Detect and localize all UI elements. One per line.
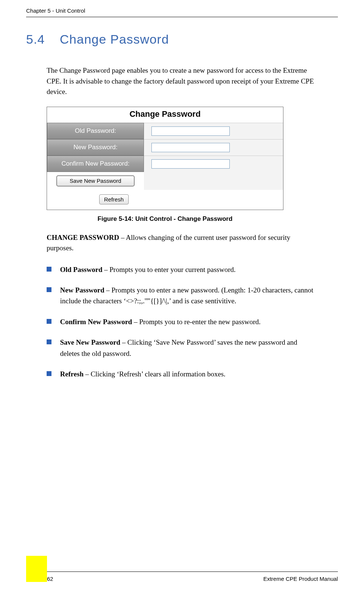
list-item: Save New Password – Clicking ‘Save New P… bbox=[47, 337, 315, 359]
widget-title: Change Password bbox=[47, 107, 283, 123]
change-password-widget: Change Password Old Password: New Passwo… bbox=[47, 107, 283, 210]
section-heading: 5.4Change Password bbox=[26, 32, 338, 47]
save-password-button[interactable]: Save New Password bbox=[56, 175, 135, 187]
old-password-input[interactable] bbox=[151, 126, 230, 136]
item-head: New Password bbox=[60, 286, 104, 294]
chapter-header: Chapter 5 - Unit Control bbox=[26, 7, 338, 17]
refresh-button[interactable]: Refresh bbox=[99, 194, 129, 204]
refresh-row: Refresh bbox=[47, 190, 283, 210]
item-head: Confirm New Password bbox=[60, 318, 132, 326]
section-number: 5.4 bbox=[26, 32, 45, 47]
page-footer: 62 Extreme CPE Product Manual bbox=[0, 571, 364, 582]
page-number: 62 bbox=[47, 576, 53, 582]
submit-left-cell: Save New Password bbox=[47, 172, 144, 190]
old-password-label: Old Password: bbox=[47, 123, 144, 139]
submit-right-cell bbox=[144, 172, 283, 190]
item-head: Refresh bbox=[60, 370, 84, 378]
list-item: Old Password – Prompts you to enter your… bbox=[47, 264, 315, 275]
figure-caption: Figure 5-14: Unit Control - Change Passw… bbox=[47, 215, 283, 223]
item-body: – Prompts you to re-enter the new passwo… bbox=[132, 318, 261, 326]
bullet-list: Old Password – Prompts you to enter your… bbox=[47, 264, 315, 380]
section-title: Change Password bbox=[60, 32, 169, 46]
confirm-password-label: Confirm New Password: bbox=[47, 156, 144, 172]
manual-title: Extreme CPE Product Manual bbox=[263, 576, 338, 582]
confirm-password-input[interactable] bbox=[151, 159, 230, 169]
figure: Change Password Old Password: New Passwo… bbox=[47, 107, 315, 223]
item-head: Old Password bbox=[60, 266, 103, 273]
change-password-lede: CHANGE PASSWORD – Allows changing of the… bbox=[47, 232, 315, 254]
list-item: New Password – Prompts you to enter a ne… bbox=[47, 285, 315, 307]
list-item: Confirm New Password – Prompts you to re… bbox=[47, 316, 315, 327]
intro-paragraph: The Change Password page enables you to … bbox=[47, 65, 315, 97]
lede-head: CHANGE PASSWORD bbox=[47, 234, 119, 241]
field-wrap bbox=[144, 123, 283, 139]
item-head: Save New Password bbox=[60, 338, 120, 346]
yellow-accent bbox=[26, 556, 47, 582]
new-password-input[interactable] bbox=[151, 143, 230, 152]
item-body: – Prompts you to enter your current pass… bbox=[103, 266, 236, 273]
field-wrap bbox=[144, 156, 283, 172]
item-body: – Clicking ‘Refresh’ clears all informat… bbox=[84, 370, 226, 378]
field-wrap bbox=[144, 139, 283, 156]
list-item: Refresh – Clicking ‘Refresh’ clears all … bbox=[47, 369, 315, 379]
new-password-label: New Password: bbox=[47, 139, 144, 156]
